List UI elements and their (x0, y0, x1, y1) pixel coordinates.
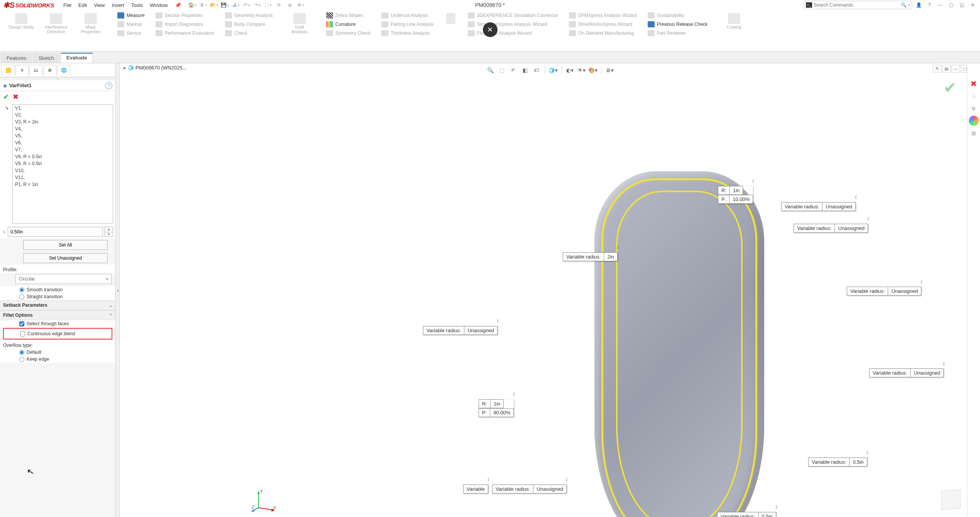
vertex-list[interactable]: V1,V2,V3, R = 2inV4,V5,V6,V7,V8, R = 0.5… (12, 104, 113, 224)
menu-window[interactable]: Window (150, 2, 168, 8)
maximize-icon[interactable]: ◱ (958, 1, 966, 9)
simxpress-button[interactable]: SimulationXpress Analysis Wizard (466, 20, 560, 28)
floxpress-button[interactable]: FloXpress Analysis Wizard (466, 29, 560, 37)
markup-button[interactable]: Markup (116, 20, 146, 28)
vertex-list-item[interactable]: P1, R = 1in (13, 181, 113, 188)
menu-tools[interactable]: Tools (131, 2, 143, 8)
import-diagnostics-button[interactable]: Import Diagnostics (154, 20, 216, 28)
curvature-button[interactable]: Curvature (325, 20, 372, 28)
callout-c10[interactable]: ⟟Variable radius:Unassigned (492, 485, 567, 493)
callout-rp2[interactable]: ⟟ R:1in P:90.00% (479, 399, 514, 417)
vertex-list-item[interactable]: V6, (13, 139, 113, 146)
body-compare-button[interactable]: Body Compare (223, 20, 274, 28)
breadcrumb[interactable]: ▸ 🧊 PM009670 (WN2025... (124, 65, 186, 71)
set-all-button[interactable]: Set All (23, 240, 108, 250)
vertex-list-item[interactable]: V8, R = 0.5in (13, 153, 113, 160)
orientation-triad[interactable]: Y X Z (251, 488, 278, 512)
prev-view-icon[interactable]: ↶ (508, 66, 518, 75)
straight-transition-radio[interactable] (19, 294, 24, 299)
tab-features[interactable]: Features (1, 53, 32, 63)
part-reviewer-button[interactable]: Part Reviewer (646, 29, 709, 37)
pin-icon[interactable]: ⟟ (752, 178, 754, 184)
menu-pin-icon[interactable]: 📌 (175, 2, 181, 8)
vertex-list-item[interactable]: V4, (13, 125, 113, 132)
overflow-keep-edge-radio[interactable] (19, 357, 24, 362)
check-button[interactable]: Check (223, 29, 274, 37)
feature-tree-tab-icon[interactable]: 🟨 (2, 65, 15, 76)
panel-grip[interactable]: ∘ (0, 77, 115, 80)
previous-release-check-button[interactable]: Previous Release Check (646, 20, 709, 28)
select-icon[interactable]: ⬚ (264, 1, 273, 9)
apply-scene-icon[interactable]: 🖥▾ (604, 66, 614, 75)
custom-props-icon[interactable]: ▤ (969, 128, 979, 138)
zoom-area-icon[interactable]: ⬚ (497, 66, 507, 75)
menu-insert[interactable]: Insert (112, 2, 124, 8)
profile-dropdown[interactable]: Circular▾ (15, 274, 112, 284)
vertex-list-item[interactable]: V7, (13, 146, 113, 153)
dismiss-tooltip-icon[interactable]: ✕ (483, 22, 498, 37)
appearances-icon[interactable] (969, 116, 979, 126)
menu-edit[interactable]: Edit (78, 2, 87, 8)
callout-c5[interactable]: ⟟Variable radius:Unassigned (869, 368, 944, 377)
splitter[interactable]: ◂ (116, 63, 120, 517)
section-view-icon[interactable]: ◧ (520, 66, 530, 75)
vertex-list-item[interactable]: V5, (13, 132, 113, 139)
mass-properties-button[interactable]: Mass Properties (73, 12, 108, 34)
overflow-default-radio[interactable] (19, 350, 24, 355)
tab-evaluate[interactable]: Evaluate (61, 52, 93, 63)
radius-input[interactable] (8, 227, 103, 237)
property-manager-tab-icon[interactable]: ≡ (15, 65, 29, 76)
callout-c9[interactable]: ⟟Variable (463, 485, 488, 493)
undo-icon[interactable]: ↶ (242, 1, 251, 9)
options-stack-icon[interactable]: ≣ (285, 1, 295, 9)
ondemand-mfg-button[interactable]: On Demand Manufacturing (567, 29, 638, 37)
user-icon[interactable]: 👤 (914, 1, 923, 9)
home-panel-icon[interactable]: ⌂ (969, 91, 979, 101)
callout-c11[interactable]: ⟟Variable radius:Unassigned (794, 224, 868, 233)
callout-c1[interactable]: ⟟Variable radius:2in (563, 252, 618, 261)
view-orient-icon[interactable]: 🧊▾ (548, 66, 558, 75)
vertex-list-item[interactable]: V10, (13, 167, 113, 174)
geometry-analysis-button[interactable]: Geometry Analysis (223, 12, 274, 19)
rebuild-icon[interactable]: ⟳ (274, 1, 284, 9)
vp-split-icon[interactable]: ▤ (942, 65, 951, 73)
symmetry-check-button[interactable]: Symmetry Check (325, 29, 372, 37)
performance-evaluation-button[interactable]: Performance Evaluation (154, 29, 216, 37)
minimize-icon[interactable]: — (936, 1, 944, 9)
edit-appearance-icon[interactable]: 🎨▾ (588, 66, 598, 75)
measure-button[interactable]: Measure (116, 12, 146, 19)
design-study-button[interactable]: Design Study (4, 12, 39, 34)
callout-c7[interactable]: ⟟Variable radius:0.5in (717, 512, 776, 517)
vertex-list-item[interactable]: V1, (13, 105, 113, 112)
undercut-analysis-button[interactable]: Undercut Analysis (380, 12, 435, 19)
set-unassigned-button[interactable]: Set Unassigned (23, 253, 108, 263)
pm-help-icon[interactable]: ? (105, 82, 112, 89)
restore-icon[interactable]: ▢ (947, 1, 955, 9)
radius-spinner[interactable]: ▲▼ (105, 227, 113, 237)
search-commands[interactable]: >_ 🔍 ▾ (804, 1, 912, 9)
callout-c2[interactable]: ⟟Variable radius:Unassigned (423, 326, 498, 335)
tab-sketch[interactable]: Sketch (33, 53, 60, 63)
vertex-list-item[interactable]: V3, R = 2in (13, 118, 113, 125)
thickness-analysis-button[interactable]: Thickness Analysis (380, 29, 435, 37)
callout-rp1[interactable]: ⟟ R:1in P:10.00% (718, 186, 753, 204)
display-manager-tab-icon[interactable]: 🌐 (57, 65, 70, 76)
smooth-transition-radio[interactable] (19, 287, 24, 292)
zoom-fit-icon[interactable]: 🔍 (485, 66, 495, 75)
zebra-stripes-button[interactable]: Zebra Stripes (325, 12, 372, 19)
sustainability-button[interactable]: Sustainability (646, 12, 709, 19)
redo-icon[interactable]: ↷ (253, 1, 262, 9)
select-through-faces-check[interactable] (19, 321, 24, 326)
search-input[interactable] (814, 2, 899, 8)
menu-file[interactable]: File (63, 2, 71, 8)
driveworks-button[interactable]: DriveWorksXpress Wizard (567, 20, 638, 28)
close-icon[interactable]: ✕ (968, 1, 977, 9)
dynamic-annot-icon[interactable]: 🏷 (531, 66, 542, 75)
callout-c3[interactable]: ⟟Variable radius:Unassigned (781, 202, 856, 211)
interference-detection-button[interactable]: Interference Detection (39, 12, 73, 34)
resources-icon[interactable]: ⧉ (969, 103, 979, 113)
vertex-list-item[interactable]: V2, (13, 112, 113, 118)
dfmxpress-button[interactable]: DFMXpress Analysis Wizard (567, 12, 638, 19)
search-icon[interactable]: 🔍 (901, 2, 907, 8)
view-cube[interactable] (941, 489, 961, 510)
